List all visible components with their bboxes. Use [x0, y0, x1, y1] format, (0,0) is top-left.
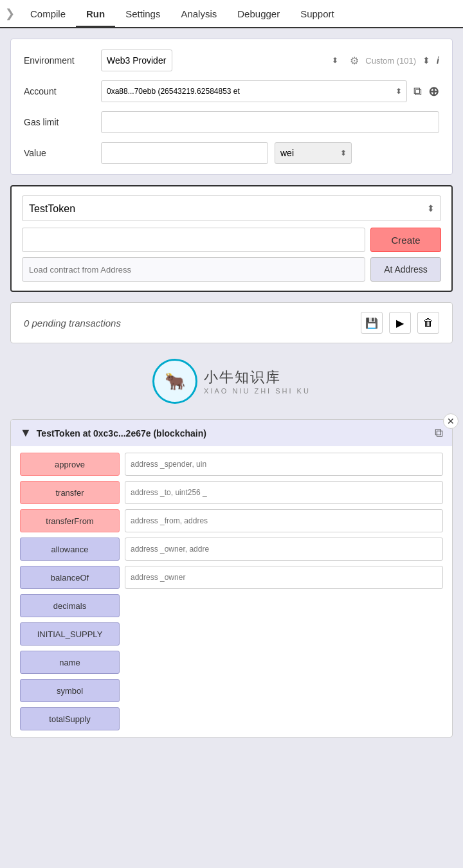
method-btn-INITIAL_SUPPLY[interactable]: INITIAL_SUPPLY	[20, 622, 120, 646]
environment-select[interactable]: Web3 Provider	[101, 50, 172, 71]
method-input-approve[interactable]	[125, 453, 443, 476]
deployed-panel: ▼ TestToken at 0xc3c...2e67e (blockchain…	[10, 419, 453, 737]
at-address-row: At Address	[22, 257, 441, 282]
create-row: Create	[22, 228, 441, 252]
load-address-input[interactable]	[22, 257, 365, 282]
tab-settings[interactable]: Settings	[115, 2, 170, 27]
save-transactions-button[interactable]: 💾	[361, 312, 383, 334]
method-btn-balanceOf[interactable]: balanceOf	[20, 566, 120, 589]
main-content: Environment Web3 Provider ⚙ Custom (101)…	[0, 28, 463, 748]
clear-transactions-button[interactable]: 🗑	[417, 312, 439, 334]
info-icon[interactable]: i	[437, 55, 439, 66]
gas-limit-label: Gas limit	[24, 117, 95, 127]
method-row: INITIAL_SUPPLY	[20, 622, 443, 646]
contract-select-wrapper: TestToken	[22, 195, 441, 221]
create-input[interactable]	[22, 228, 365, 252]
at-address-button[interactable]: At Address	[370, 257, 441, 282]
watermark-icon: 🐂	[165, 372, 185, 392]
gas-limit-row: Gas limit 3000000	[24, 111, 439, 133]
method-row: allowance	[20, 538, 443, 561]
deployed-copy-icon[interactable]: ⧉	[435, 426, 443, 440]
method-btn-approve[interactable]: approve	[20, 453, 120, 476]
add-account-icon[interactable]: ⊕	[428, 84, 439, 99]
account-row: Account 0xa88...70ebb (26543219.62584853…	[24, 80, 439, 102]
watermark: 🐂 小牛知识库 XIAO NIU ZHI SHI KU	[10, 354, 453, 406]
trash-icon: 🗑	[423, 317, 433, 329]
account-label: Account	[24, 86, 95, 96]
value-row: Value 0 wei gwei finney ether	[24, 142, 439, 164]
watermark-logo: 🐂	[152, 359, 197, 404]
env-up-down-icon[interactable]: ⬍	[422, 55, 430, 66]
play-transactions-button[interactable]: ▶	[389, 312, 411, 334]
method-row: name	[20, 651, 443, 674]
copy-account-icon[interactable]: ⧉	[413, 85, 422, 98]
settings-icon: ⚙	[350, 55, 359, 67]
method-row: approve	[20, 453, 443, 476]
close-deployed-button[interactable]: ✕	[443, 413, 458, 429]
environment-label: Environment	[24, 55, 95, 66]
method-btn-transfer[interactable]: transfer	[20, 481, 120, 504]
method-input-transfer[interactable]	[125, 481, 443, 504]
contract-select[interactable]: TestToken	[22, 195, 441, 221]
method-btn-allowance[interactable]: allowance	[20, 538, 120, 561]
pending-card: 0 pending transactions 💾 ▶ 🗑	[10, 302, 453, 343]
methods-list: approvetransfertransferFromallowancebala…	[11, 446, 452, 737]
play-icon: ▶	[396, 317, 404, 329]
environment-row: Environment Web3 Provider ⚙ Custom (101)…	[24, 50, 439, 71]
value-label: Value	[24, 148, 95, 158]
method-btn-totalSupply[interactable]: totalSupply	[20, 707, 120, 730]
deployed-toggle-icon[interactable]: ▼	[20, 426, 32, 440]
method-btn-decimals[interactable]: decimals	[20, 594, 120, 617]
method-row: totalSupply	[20, 707, 443, 730]
top-nav: ❯ Compile Run Settings Analysis Debugger…	[0, 0, 463, 28]
method-row: decimals	[20, 594, 443, 617]
method-input-transferFrom[interactable]	[125, 509, 443, 532]
method-input-allowance[interactable]	[125, 538, 443, 561]
method-input-balanceOf[interactable]	[125, 566, 443, 589]
method-row: transferFrom	[20, 509, 443, 532]
save-icon: 💾	[365, 317, 378, 329]
method-btn-transferFrom[interactable]: transferFrom	[20, 509, 120, 532]
deployed-title: TestToken at 0xc3c...2e67e (blockchain)	[37, 428, 430, 439]
method-btn-symbol[interactable]: symbol	[20, 679, 120, 702]
method-row: transfer	[20, 481, 443, 504]
account-select[interactable]: 0xa88...70ebb (26543219.62584853 et	[101, 80, 407, 102]
gas-limit-input[interactable]: 3000000	[101, 111, 439, 133]
custom-label: Custom (101)	[365, 56, 416, 66]
watermark-subtitle: XIAO NIU ZHI SHI KU	[204, 387, 311, 395]
tab-support[interactable]: Support	[290, 2, 345, 27]
method-btn-name[interactable]: name	[20, 651, 120, 674]
nav-arrow-icon: ❯	[5, 6, 15, 21]
contract-card: TestToken Create At Address	[10, 185, 453, 292]
pending-text: 0 pending transactions	[24, 318, 121, 329]
watermark-title: 小牛知识库	[204, 368, 311, 387]
watermark-text-group: 小牛知识库 XIAO NIU ZHI SHI KU	[204, 368, 311, 395]
tab-run[interactable]: Run	[76, 2, 115, 27]
create-button[interactable]: Create	[370, 228, 441, 252]
deployed-header: ▼ TestToken at 0xc3c...2e67e (blockchain…	[11, 420, 452, 446]
tab-debugger[interactable]: Debugger	[227, 2, 290, 27]
tab-compile[interactable]: Compile	[20, 2, 76, 27]
pending-actions: 💾 ▶ 🗑	[361, 312, 439, 334]
method-row: symbol	[20, 679, 443, 702]
value-input[interactable]: 0	[101, 142, 268, 164]
settings-card: Environment Web3 Provider ⚙ Custom (101)…	[10, 39, 453, 175]
unit-select[interactable]: wei gwei finney ether	[275, 142, 352, 164]
tab-analysis[interactable]: Analysis	[170, 2, 227, 27]
method-row: balanceOf	[20, 566, 443, 589]
